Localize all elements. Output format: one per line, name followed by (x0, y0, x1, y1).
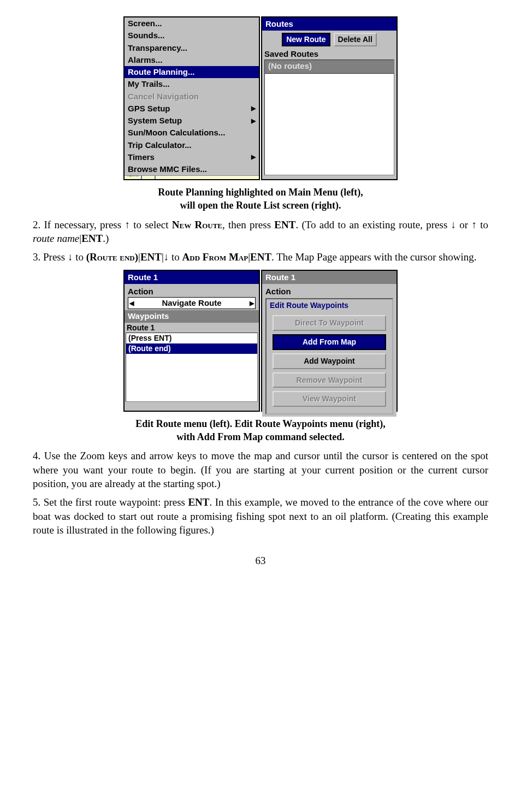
routes-title: Routes (262, 17, 396, 31)
menu-item[interactable]: Timers▶ (125, 151, 259, 163)
edit-route-screen: Route 1 Action ◀ Navigate Route ▶ Waypoi… (123, 270, 260, 412)
edit-waypoints-group: Edit Route Waypoints Direct To Waypoint … (265, 298, 393, 414)
press-ent-row[interactable]: (Press ENT) (126, 333, 257, 343)
figure-row-1: Screen...Sounds...Transparency...Alarms.… (33, 16, 488, 180)
menu-item[interactable]: Trip Calculator... (125, 139, 259, 151)
route-end-row[interactable]: (Route end) (126, 343, 257, 354)
submenu-arrow-icon: ▶ (251, 104, 256, 112)
route1-title-2: Route 1 (262, 271, 396, 284)
waypoints-header: Waypoints (125, 310, 259, 322)
step-3-paragraph: 3. Press ↓ to (Route end)|ENT|↓ to Add F… (33, 250, 488, 264)
menu-item[interactable]: Screen... (125, 17, 259, 29)
no-routes-text: (No routes) (264, 60, 394, 73)
submenu-arrow-icon: ▶ (251, 153, 256, 161)
navigate-route-combo[interactable]: ◀ Navigate Route ▶ (128, 297, 256, 309)
menu-item[interactable]: System Setup▶ (125, 115, 259, 127)
routes-screen: Routes New Route Delete All Saved Routes… (261, 16, 398, 180)
combo-right-arrow: ▶ (250, 299, 254, 307)
routes-list-area (264, 73, 394, 175)
map-preview: 40mi (125, 175, 259, 179)
menu-item[interactable]: My Trails... (125, 78, 259, 90)
menu-item[interactable]: Browse MMC Files... (125, 163, 259, 175)
menu-item: Cancel Navigation (125, 91, 259, 103)
step-5-paragraph: 5. Set the first route waypoint: press E… (33, 495, 488, 537)
menu-item[interactable]: Sun/Moon Calculations... (125, 127, 259, 139)
route-sublabel: Route 1 (125, 323, 259, 333)
submenu-arrow-icon: ▶ (251, 117, 256, 125)
main-menu-list: Screen...Sounds...Transparency...Alarms.… (125, 17, 259, 175)
menu-item[interactable]: Alarms... (125, 54, 259, 66)
combo-left-arrow: ◀ (129, 299, 134, 307)
figure-row-2: Route 1 Action ◀ Navigate Route ▶ Waypoi… (33, 270, 488, 412)
menu-item[interactable]: Transparency... (125, 42, 259, 54)
main-menu-screen: Screen...Sounds...Transparency...Alarms.… (123, 16, 260, 180)
new-route-button[interactable]: New Route (282, 33, 330, 46)
remove-waypoint-button: Remove Waypoint (273, 372, 386, 388)
edit-route-waypoints-title: Edit Route Waypoints (268, 300, 391, 312)
saved-routes-label: Saved Routes (264, 49, 394, 60)
action-label-2: Action (265, 286, 393, 297)
figure-1-caption: Route Planning highlighted on Main Menu … (33, 186, 488, 212)
menu-item[interactable]: GPS Setup▶ (125, 103, 259, 115)
delete-all-button[interactable]: Delete All (334, 33, 377, 46)
step-4-paragraph: 4. Use the Zoom keys and arrow keys to m… (33, 449, 488, 491)
direct-to-waypoint-button: Direct To Waypoint (273, 315, 386, 331)
step-2-paragraph: 2. If necessary, press ↑ to select New R… (33, 218, 488, 246)
edit-route-waypoints-screen: Route 1 Action Edit Route Waypoints Dire… (261, 270, 398, 412)
add-from-map-button[interactable]: Add From Map (273, 334, 386, 350)
view-waypoint-button: View Waypoint (273, 391, 386, 407)
figure-2-caption: Edit Route menu (left). Edit Route Waypo… (33, 417, 488, 444)
map-scale-label: 40mi (126, 175, 139, 179)
menu-item[interactable]: Route Planning... (125, 66, 259, 78)
menu-item[interactable]: Sounds... (125, 29, 259, 42)
page-number: 63 (33, 554, 488, 568)
add-waypoint-button[interactable]: Add Waypoint (273, 353, 386, 369)
route1-title: Route 1 (125, 271, 259, 284)
combo-value: Navigate Route (162, 298, 221, 309)
action-label: Action (128, 286, 256, 297)
